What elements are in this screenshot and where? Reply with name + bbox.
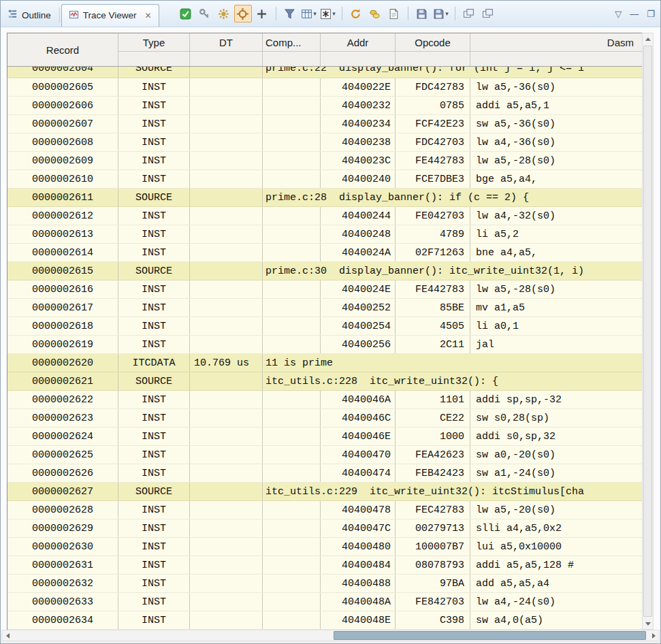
column-header-dasm[interactable]: Dasm <box>470 33 642 52</box>
table-row[interactable]: 0000002620ITCDATA10.769 us11 is prime <box>7 354 642 372</box>
table-row[interactable]: 0000002626INST40400474FEB42423sw a1,-24(… <box>7 464 642 483</box>
scroll-up-icon[interactable] <box>643 33 653 44</box>
table-row[interactable]: 0000002605INST4040022EFDC42783lw a5,-36(… <box>7 78 642 97</box>
close-tab-icon[interactable]: ✕ <box>145 11 152 20</box>
table-row[interactable]: 0000002608INST40400238FDC42703lw a4,-36(… <box>7 133 642 152</box>
cell-dasm: sw s0,28(sp) <box>470 409 642 427</box>
table-row[interactable]: 0000002618INST404002544505li a0,1 <box>7 317 642 336</box>
filter-cell-opcode[interactable] <box>396 52 470 66</box>
filter-cell-dasm[interactable] <box>470 52 642 66</box>
cell-dasm: lw a5,-20(s0) <box>470 501 642 519</box>
dropdown-caret-icon[interactable]: ▾ <box>332 10 336 17</box>
search-key-icon[interactable] <box>196 5 214 22</box>
cell-dasm: lw a5,-28(s0) <box>470 152 642 170</box>
cell-dt <box>190 299 263 317</box>
table-row[interactable]: 0000002622INST4040046A1101addi sp,sp,-32 <box>7 391 642 409</box>
filter-cell-type[interactable] <box>118 52 189 66</box>
cell-comp <box>263 115 321 133</box>
tab-trace-viewer[interactable]: Trace Viewer ✕ <box>61 4 159 27</box>
enable-trace-check-icon[interactable] <box>177 5 195 22</box>
cell-type: INST <box>118 464 190 482</box>
minimize-icon[interactable]: — <box>630 9 639 19</box>
table-row[interactable]: 0000002625INST40400470FEA42623sw a0,-20(… <box>7 446 642 464</box>
table-row[interactable]: 0000002629INST4040047C00279713slli a4,a5… <box>7 519 642 538</box>
table-row[interactable]: 0000002623INST4040046CCE22sw s0,28(sp) <box>7 409 642 428</box>
table-row[interactable]: 0000002627SOURCEitc_utils.c:229 itc_writ… <box>7 483 642 501</box>
tab-separator <box>59 7 60 22</box>
configure-trace-icon[interactable] <box>215 5 233 22</box>
add-icon[interactable] <box>253 5 271 22</box>
open-new-view-icon[interactable] <box>460 5 478 22</box>
column-header-comp[interactable]: Comp... <box>263 33 320 52</box>
table-row[interactable]: 0000002631INST4040048408078793addi a5,a5… <box>7 556 642 575</box>
horizontal-scrollbar[interactable] <box>1 630 660 641</box>
column-header-addr[interactable]: Addr <box>321 33 395 52</box>
filter-icon[interactable] <box>281 5 299 22</box>
sync-trace-icon[interactable] <box>366 5 384 22</box>
cell-type: INST <box>118 115 190 133</box>
table-row[interactable]: 0000002621SOURCEitc_utils.c:228 itc_writ… <box>7 372 642 391</box>
column-header-opcode[interactable]: Opcode <box>396 33 470 52</box>
cell-opcode: FE442783 <box>396 280 470 298</box>
table-row[interactable]: 0000002632INST4040048897BAadd a5,a5,a4 <box>7 575 642 593</box>
table-row[interactable]: 0000002630INST40400480100007B7lui a5,0x1… <box>7 538 642 556</box>
cell-record: 0000002616 <box>7 280 118 298</box>
cell-span: prime.c:30 display_banner(): itc_write_u… <box>263 262 642 280</box>
horizontal-scroll-thumb[interactable] <box>334 631 646 640</box>
filter-cell-addr[interactable] <box>321 52 395 66</box>
cell-record: 0000002634 <box>7 611 118 629</box>
vertical-scroll-track[interactable] <box>643 44 653 618</box>
scroll-down-icon[interactable] <box>643 618 653 629</box>
cell-record: 0000002605 <box>7 78 118 96</box>
table-row[interactable]: 0000002617INST4040025285BEmv a1,a5 <box>7 299 642 317</box>
cell-dt <box>190 97 263 114</box>
columns-icon[interactable]: ▾ <box>300 5 318 22</box>
new-document-icon[interactable] <box>385 5 403 22</box>
tab-outline[interactable]: Outline <box>1 4 58 26</box>
link-view-icon[interactable] <box>479 5 497 22</box>
cell-record: 0000002619 <box>7 336 118 353</box>
table-row[interactable]: 0000002604SOURCEprime.c:22 display_banne… <box>7 67 642 78</box>
dropdown-caret-icon[interactable]: ▾ <box>445 10 449 17</box>
save-icon[interactable] <box>413 5 431 22</box>
scroll-right-icon[interactable] <box>648 630 659 641</box>
table-row[interactable]: 0000002614INST4040024A02F71263bne a4,a5, <box>7 244 642 262</box>
table-row[interactable]: 0000002611SOURCEprime.c:28 display_banne… <box>7 189 642 207</box>
table-row[interactable]: 0000002616INST4040024EFE442783lw a5,-28(… <box>7 280 642 299</box>
dropdown-caret-icon[interactable]: ▾ <box>313 10 317 17</box>
table-row[interactable]: 0000002628INST40400478FEC42783lw a5,-20(… <box>7 501 642 519</box>
refresh-icon[interactable] <box>347 5 365 22</box>
table-row[interactable]: 0000002607INST40400234FCF42E23sw a5,-36(… <box>7 115 642 133</box>
cell-record: 0000002623 <box>7 409 118 427</box>
table-row[interactable]: 0000002609INST4040023CFE442783lw a5,-28(… <box>7 152 642 170</box>
cell-comp <box>263 501 321 519</box>
locate-record-icon[interactable] <box>234 5 252 22</box>
table-row[interactable]: 0000002633INST4040048AFE842703lw a4,-24(… <box>7 593 642 611</box>
scroll-left-icon[interactable] <box>2 630 13 641</box>
cell-record: 0000002604 <box>7 67 118 78</box>
table-row[interactable]: 0000002634INST4040048EC398sw a4,0(a5) <box>7 611 642 630</box>
column-header-dt[interactable]: DT <box>190 33 262 52</box>
column-header-record[interactable]: Record <box>7 33 118 66</box>
table-row[interactable]: 0000002610INST40400240FCE7DBE3bge a5,a4, <box>7 170 642 189</box>
save-options-icon[interactable]: ▾ <box>432 5 450 22</box>
table-row[interactable]: 0000002619INST404002562C11jal <box>7 336 642 354</box>
cell-dasm: lw a5,-36(s0) <box>470 78 642 96</box>
cell-dasm: sw a0,-20(s0) <box>470 446 642 464</box>
filter-cell-comp[interactable] <box>263 52 320 66</box>
table-row[interactable]: 0000002624INST4040046E1000addi s0,sp,32 <box>7 428 642 446</box>
horizontal-scroll-track[interactable] <box>13 630 648 641</box>
table-row[interactable]: 0000002606INST404002320785addi a5,a5,1 <box>7 97 642 115</box>
outline-icon <box>7 9 18 21</box>
record-options-icon[interactable]: ▾ <box>319 5 337 22</box>
vertical-scrollbar[interactable] <box>642 33 654 630</box>
filter-cell-dt[interactable] <box>190 52 262 66</box>
table-row[interactable]: 0000002612INST40400244FE042703lw a4,-32(… <box>7 207 642 225</box>
vertical-scroll-thumb[interactable] <box>643 46 652 617</box>
view-menu-icon[interactable]: ▽ <box>615 9 622 19</box>
table-row[interactable]: 0000002615SOURCEprime.c:30 display_banne… <box>7 262 642 280</box>
maximize-icon[interactable]: ❐ <box>647 9 655 19</box>
column-header-type[interactable]: Type <box>118 33 189 52</box>
cell-comp <box>263 428 321 445</box>
table-row[interactable]: 0000002613INST404002484789li a5,2 <box>7 225 642 244</box>
